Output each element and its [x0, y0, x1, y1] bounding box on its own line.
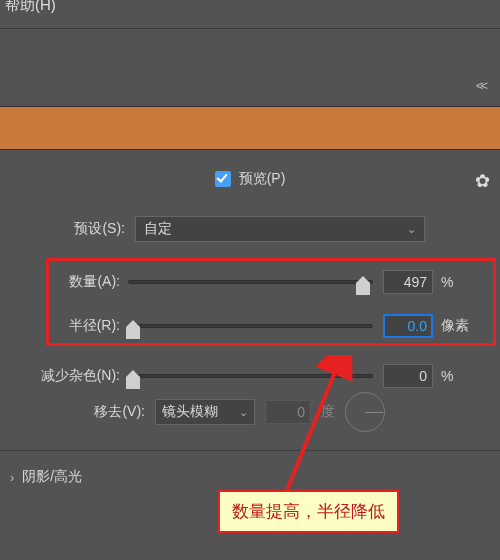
noise-input[interactable]: 0 [383, 364, 433, 388]
remove-select[interactable]: 镜头模糊 ⌄ [155, 399, 255, 425]
slider-thumb[interactable] [356, 283, 370, 295]
amount-slider[interactable] [128, 277, 373, 287]
radius-input[interactable]: 0.0 [383, 314, 433, 338]
menu-help-fragment: 帮助(H) [5, 0, 56, 15]
chevron-down-icon: ⌄ [239, 406, 248, 419]
amount-row: 数量(A): 497 % [0, 267, 500, 297]
angle-dial [345, 392, 385, 432]
noise-row: 减少杂色(N): 0 % [0, 361, 500, 391]
slider-thumb[interactable] [126, 327, 140, 339]
radius-label: 半径(R): [0, 317, 128, 335]
preset-value: 自定 [144, 220, 172, 238]
radius-row: 半径(R): 0.0 像素 [0, 311, 500, 341]
amount-unit: % [433, 274, 473, 290]
preset-label: 预设(S): [0, 220, 135, 238]
amount-input[interactable]: 497 [383, 270, 433, 294]
noise-unit: % [433, 368, 473, 384]
divider [0, 450, 500, 451]
slider-thumb[interactable] [126, 377, 140, 389]
annotation-callout: 数量提高，半径降低 [218, 490, 399, 533]
preset-row: 预设(S): 自定 ⌄ [0, 215, 500, 243]
chevron-right-icon: › [10, 470, 14, 485]
section-label: 阴影/高光 [22, 468, 82, 486]
shadow-highlight-section[interactable]: › 阴影/高光 [10, 468, 82, 486]
remove-row: 移去(V): 镜头模糊 ⌄ 0 度 [0, 398, 500, 426]
radius-slider[interactable] [128, 321, 373, 331]
chevron-down-icon: ⌄ [407, 223, 416, 236]
divider [0, 28, 500, 29]
remove-label: 移去(V): [0, 403, 155, 421]
preview-label: 预览(P) [239, 170, 286, 188]
noise-label: 减少杂色(N): [0, 367, 128, 385]
amount-label: 数量(A): [0, 273, 128, 291]
preset-select[interactable]: 自定 ⌄ [135, 216, 425, 242]
remove-value: 镜头模糊 [162, 403, 218, 421]
angle-unit: 度 [321, 403, 335, 421]
preview-checkbox[interactable] [215, 171, 231, 187]
gear-icon[interactable]: ✿ [475, 170, 490, 192]
collapse-icon[interactable]: << [476, 78, 485, 93]
title-bar [0, 106, 500, 150]
radius-unit: 像素 [433, 317, 473, 335]
angle-input: 0 [265, 400, 311, 424]
noise-slider[interactable] [128, 371, 373, 381]
